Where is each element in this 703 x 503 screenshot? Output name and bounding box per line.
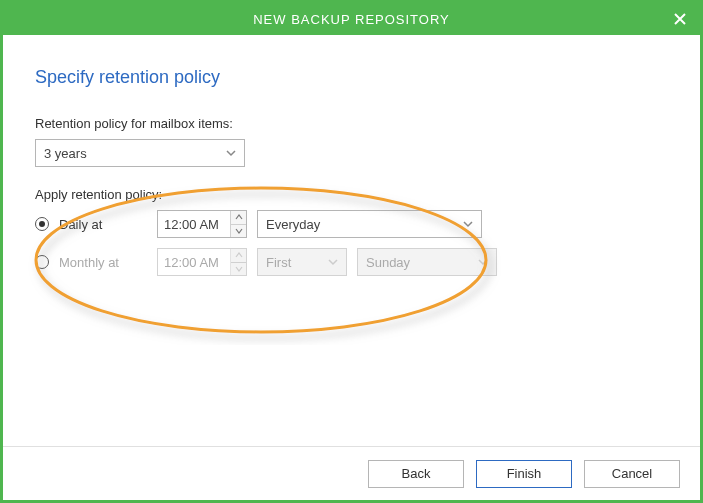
monthly-ordinal-value: First [266, 255, 291, 270]
close-icon [674, 13, 686, 25]
retention-value: 3 years [44, 146, 87, 161]
back-button[interactable]: Back [368, 460, 464, 488]
daily-time-value: 12:00 AM [158, 211, 230, 237]
monthly-radio[interactable] [35, 255, 49, 269]
window-title: NEW BACKUP REPOSITORY [253, 12, 450, 27]
monthly-radio-label: Monthly at [59, 255, 147, 270]
spinner-up-button [231, 249, 246, 262]
chevron-up-icon [235, 214, 243, 220]
monthly-day-dropdown: Sunday [357, 248, 497, 276]
daily-radio-label: Daily at [59, 217, 147, 232]
content-area: Specify retention policy Retention polic… [3, 35, 700, 446]
chevron-down-icon [328, 255, 338, 270]
monthly-row: Monthly at 12:00 AM First Sunday [35, 248, 668, 276]
titlebar: NEW BACKUP REPOSITORY [3, 3, 700, 35]
chevron-down-icon [235, 228, 243, 234]
spinner-buttons [230, 211, 246, 237]
footer: Back Finish Cancel [3, 446, 700, 500]
monthly-time-value: 12:00 AM [158, 249, 230, 275]
daily-radio[interactable] [35, 217, 49, 231]
retention-dropdown[interactable]: 3 years [35, 139, 245, 167]
chevron-down-icon [226, 146, 236, 161]
chevron-down-icon [478, 255, 488, 270]
daily-time-spinner[interactable]: 12:00 AM [157, 210, 247, 238]
retention-label: Retention policy for mailbox items: [35, 116, 668, 131]
finish-button[interactable]: Finish [476, 460, 572, 488]
daily-day-value: Everyday [266, 217, 320, 232]
spinner-down-button[interactable] [231, 224, 246, 238]
daily-day-dropdown[interactable]: Everyday [257, 210, 482, 238]
monthly-time-spinner: 12:00 AM [157, 248, 247, 276]
monthly-day-value: Sunday [366, 255, 410, 270]
chevron-down-icon [235, 266, 243, 272]
chevron-down-icon [463, 217, 473, 232]
page-title: Specify retention policy [35, 67, 668, 88]
daily-row: Daily at 12:00 AM Everyday [35, 210, 668, 238]
spinner-buttons [230, 249, 246, 275]
spinner-down-button [231, 262, 246, 276]
cancel-button[interactable]: Cancel [584, 460, 680, 488]
close-button[interactable] [670, 9, 690, 29]
apply-label: Apply retention policy: [35, 187, 668, 202]
spinner-up-button[interactable] [231, 211, 246, 224]
monthly-ordinal-dropdown: First [257, 248, 347, 276]
chevron-up-icon [235, 252, 243, 258]
dialog-window: NEW BACKUP REPOSITORY Specify retention … [0, 0, 703, 503]
